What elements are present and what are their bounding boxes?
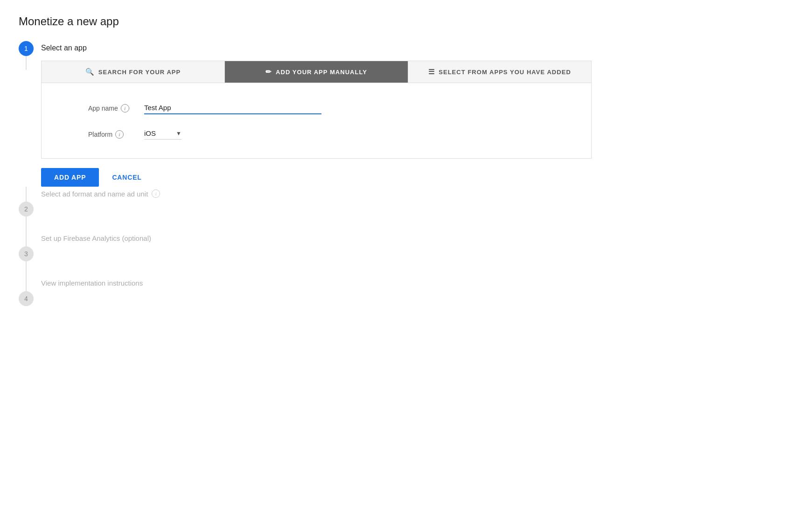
step-2-wrapper: 2 Select ad format and name ad unit i xyxy=(19,187,776,231)
step-3-bottom-line xyxy=(26,261,27,276)
step-3-indicator: 3 xyxy=(19,231,34,276)
edit-icon: ✏ xyxy=(265,68,272,76)
app-name-label: App name i xyxy=(88,104,144,112)
step-4-top-line xyxy=(26,276,27,291)
step-3-circle: 3 xyxy=(19,246,34,261)
lower-steps: 2 Select ad format and name ad unit i 3 … xyxy=(19,187,776,306)
step-2-bottom-line xyxy=(26,217,27,231)
form-container: App name i Platform i iOS Android ▼ xyxy=(41,83,592,159)
cancel-button[interactable]: CANCEL xyxy=(110,168,143,187)
step-1-label: Select an app xyxy=(41,43,776,53)
app-name-input[interactable] xyxy=(144,102,321,114)
platform-select[interactable]: iOS Android xyxy=(144,129,178,137)
step-1-content: Select an app 🔍 SEARCH FOR YOUR APP ✏ AD… xyxy=(41,41,776,187)
platform-row: Platform i iOS Android ▼ xyxy=(42,129,591,140)
platform-label: Platform i xyxy=(88,130,144,139)
step-1-circle: 1 xyxy=(19,41,34,56)
step-2-indicator: 2 xyxy=(19,187,34,231)
tab-manual-label: ADD YOUR APP MANUALLY xyxy=(276,69,367,76)
add-app-button[interactable]: ADD APP xyxy=(41,168,99,187)
step-2-top-line xyxy=(26,187,27,202)
app-name-row: App name i xyxy=(42,102,591,114)
platform-help-icon[interactable]: i xyxy=(115,130,124,139)
action-row: ADD APP CANCEL xyxy=(41,168,592,187)
step-1-indicator: 1 xyxy=(19,41,34,70)
step-1-line xyxy=(26,56,27,70)
step-2-help-icon[interactable]: i xyxy=(152,189,160,198)
step-2-circle: 2 xyxy=(19,202,34,217)
page-title: Monetize a new app xyxy=(19,15,776,28)
step-1-wrapper: 1 Select an app 🔍 SEARCH FOR YOUR APP ✏ … xyxy=(19,41,776,187)
step-2-label: Select ad format and name ad unit i xyxy=(41,187,160,198)
tab-manual[interactable]: ✏ ADD YOUR APP MANUALLY xyxy=(225,61,408,83)
step-4-wrapper: 4 View implementation instructions xyxy=(19,276,776,306)
tab-search[interactable]: 🔍 SEARCH FOR YOUR APP xyxy=(42,61,225,83)
tab-added[interactable]: ☰ SELECT FROM APPS YOU HAVE ADDED xyxy=(408,61,591,83)
platform-select-wrapper: iOS Android ▼ xyxy=(144,129,181,140)
tab-added-label: SELECT FROM APPS YOU HAVE ADDED xyxy=(439,69,571,76)
step-3-label: Set up Firebase Analytics (optional) xyxy=(41,231,151,242)
step-4-circle: 4 xyxy=(19,291,34,306)
step-4-label: View implementation instructions xyxy=(41,276,143,287)
tab-bar: 🔍 SEARCH FOR YOUR APP ✏ ADD YOUR APP MAN… xyxy=(41,61,592,83)
step-4-indicator: 4 xyxy=(19,276,34,306)
tab-search-label: SEARCH FOR YOUR APP xyxy=(98,69,181,76)
app-name-help-icon[interactable]: i xyxy=(121,104,129,112)
step-3-wrapper: 3 Set up Firebase Analytics (optional) xyxy=(19,231,776,276)
step-3-top-line xyxy=(26,231,27,246)
list-icon: ☰ xyxy=(428,68,435,76)
search-icon: 🔍 xyxy=(85,68,95,76)
